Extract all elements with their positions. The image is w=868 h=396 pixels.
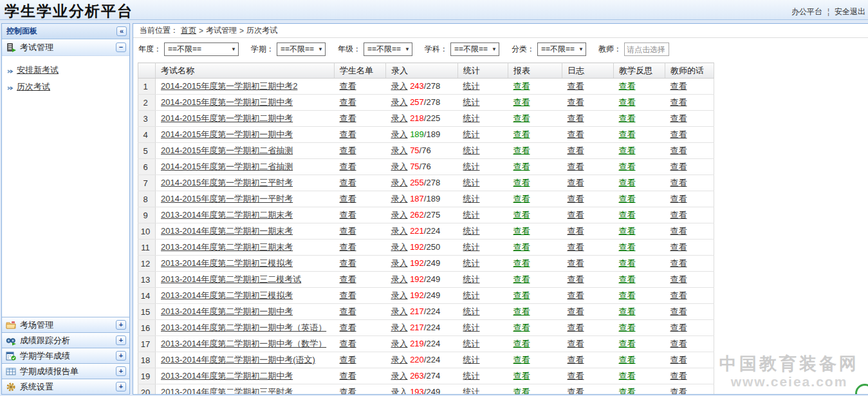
office-platform-link[interactable]: 办公平台 xyxy=(791,7,822,16)
report-view-link[interactable]: 查看 xyxy=(513,306,530,316)
stats-link[interactable]: 统计 xyxy=(463,129,480,139)
student-list-view-link[interactable]: 查看 xyxy=(340,274,356,284)
reflection-view-link[interactable]: 查看 xyxy=(619,146,636,155)
student-list-view-link[interactable]: 查看 xyxy=(340,226,356,236)
exam-name-link[interactable]: 2013-2014年度第二学期初三平时考 xyxy=(161,387,293,395)
teacher-words-view-link[interactable]: 查看 xyxy=(670,242,687,252)
expand-section-button[interactable]: + xyxy=(116,382,126,391)
teacher-words-view-link[interactable]: 查看 xyxy=(670,146,687,155)
teacher-words-view-link[interactable]: 查看 xyxy=(670,258,687,268)
reflection-view-link[interactable]: 查看 xyxy=(619,178,636,187)
sidebar-section-system-settings[interactable]: 系统设置 + xyxy=(2,379,129,394)
teacher-words-view-link[interactable]: 查看 xyxy=(670,274,687,284)
stats-link[interactable]: 统计 xyxy=(463,178,480,187)
report-view-link[interactable]: 查看 xyxy=(513,178,530,187)
entry-link[interactable]: 录入 xyxy=(391,226,408,236)
exam-name-link[interactable]: 2014-2015年度第一学期初三期中考2 xyxy=(161,81,297,91)
entry-link[interactable]: 录入 xyxy=(391,290,408,300)
log-view-link[interactable]: 查看 xyxy=(568,129,584,139)
reflection-view-link[interactable]: 查看 xyxy=(619,371,636,381)
exam-name-link[interactable]: 2014-2015年度第一学期初二省抽测 xyxy=(161,162,293,171)
entry-link[interactable]: 录入 xyxy=(391,323,408,332)
student-list-view-link[interactable]: 查看 xyxy=(340,113,356,123)
teacher-picker-input[interactable] xyxy=(624,42,669,56)
report-view-link[interactable]: 查看 xyxy=(513,339,530,348)
student-list-view-link[interactable]: 查看 xyxy=(340,242,356,252)
exam-name-link[interactable]: 2013-2014年度第二学期初二期中考 xyxy=(161,371,293,381)
entry-link[interactable]: 录入 xyxy=(391,113,408,123)
exam-name-link[interactable]: 2013-2014年度第二学期初一期中考(语文) xyxy=(161,355,315,364)
stats-link[interactable]: 统计 xyxy=(463,258,480,268)
reflection-view-link[interactable]: 查看 xyxy=(619,274,636,284)
sidebar-item-schedule-new-exam[interactable]: 安排新考试 xyxy=(7,62,129,79)
stats-link[interactable]: 统计 xyxy=(463,146,480,155)
student-list-view-link[interactable]: 查看 xyxy=(340,97,356,107)
exam-name-link[interactable]: 2013-2014年度第二学期初一期末考 xyxy=(161,226,293,236)
report-view-link[interactable]: 查看 xyxy=(513,258,530,268)
sidebar-section-term-year-scores[interactable]: 学期学年成绩 + xyxy=(2,348,129,363)
expand-section-button[interactable]: + xyxy=(116,335,126,345)
student-list-view-link[interactable]: 查看 xyxy=(340,306,356,316)
stats-link[interactable]: 统计 xyxy=(463,355,480,364)
report-view-link[interactable]: 查看 xyxy=(513,274,530,284)
report-view-link[interactable]: 查看 xyxy=(513,355,530,364)
teacher-words-view-link[interactable]: 查看 xyxy=(670,323,687,332)
stats-link[interactable]: 统计 xyxy=(463,226,480,236)
entry-link[interactable]: 录入 xyxy=(391,162,408,171)
log-view-link[interactable]: 查看 xyxy=(568,178,584,187)
student-list-view-link[interactable]: 查看 xyxy=(340,258,356,268)
teacher-words-view-link[interactable]: 查看 xyxy=(670,355,687,364)
log-view-link[interactable]: 查看 xyxy=(568,355,584,364)
year-select[interactable]: ==不限== ▼ xyxy=(164,42,239,56)
exam-name-link[interactable]: 2013-2014年度第二学期初一期中考 xyxy=(161,306,293,316)
student-list-view-link[interactable]: 查看 xyxy=(340,387,356,395)
reflection-view-link[interactable]: 查看 xyxy=(619,81,636,91)
entry-link[interactable]: 录入 xyxy=(391,387,408,395)
log-view-link[interactable]: 查看 xyxy=(568,339,584,348)
entry-link[interactable]: 录入 xyxy=(391,306,408,316)
reflection-view-link[interactable]: 查看 xyxy=(619,194,636,203)
entry-link[interactable]: 录入 xyxy=(391,129,408,139)
report-view-link[interactable]: 查看 xyxy=(513,387,530,395)
teacher-words-view-link[interactable]: 查看 xyxy=(670,129,687,139)
student-list-view-link[interactable]: 查看 xyxy=(340,194,356,203)
report-view-link[interactable]: 查看 xyxy=(513,129,530,139)
subject-select[interactable]: ==不限== ▼ xyxy=(450,42,499,56)
student-list-view-link[interactable]: 查看 xyxy=(340,290,356,300)
teacher-words-view-link[interactable]: 查看 xyxy=(670,113,687,123)
stats-link[interactable]: 统计 xyxy=(463,274,480,284)
sidebar-section-term-report-card[interactable]: 学期成绩报告单 + xyxy=(2,363,129,379)
student-list-view-link[interactable]: 查看 xyxy=(340,162,356,171)
exam-name-link[interactable]: 2014-2015年度第一学期初二期中考 xyxy=(161,113,293,123)
report-view-link[interactable]: 查看 xyxy=(513,371,530,381)
reflection-view-link[interactable]: 查看 xyxy=(619,242,636,252)
teacher-words-view-link[interactable]: 查看 xyxy=(670,162,687,171)
log-view-link[interactable]: 查看 xyxy=(568,258,584,268)
teacher-words-view-link[interactable]: 查看 xyxy=(670,339,687,348)
teacher-words-view-link[interactable]: 查看 xyxy=(670,97,687,107)
category-select[interactable]: ==不限== ▼ xyxy=(537,42,586,56)
report-view-link[interactable]: 查看 xyxy=(513,226,530,236)
log-view-link[interactable]: 查看 xyxy=(568,194,584,203)
report-view-link[interactable]: 查看 xyxy=(513,194,530,203)
exam-name-link[interactable]: 2014-2015年度第一学期初二省抽测 xyxy=(161,146,293,155)
logout-link[interactable]: 安全退出 xyxy=(835,7,865,16)
teacher-words-view-link[interactable]: 查看 xyxy=(670,226,687,236)
teacher-words-view-link[interactable]: 查看 xyxy=(670,210,687,220)
teacher-words-view-link[interactable]: 查看 xyxy=(670,387,687,395)
expand-section-button[interactable]: + xyxy=(116,351,126,361)
sidebar-item-past-exams[interactable]: 历次考试 xyxy=(7,79,129,95)
stats-link[interactable]: 统计 xyxy=(463,242,480,252)
teacher-words-view-link[interactable]: 查看 xyxy=(670,178,687,187)
exam-name-link[interactable]: 2014-2015年度第一学期初一期中考 xyxy=(161,129,293,139)
stats-link[interactable]: 统计 xyxy=(463,387,480,395)
reflection-view-link[interactable]: 查看 xyxy=(619,387,636,395)
grade-select[interactable]: ==不限== ▼ xyxy=(364,42,412,56)
teacher-words-view-link[interactable]: 查看 xyxy=(670,81,687,91)
reflection-view-link[interactable]: 查看 xyxy=(619,306,636,316)
stats-link[interactable]: 统计 xyxy=(463,323,480,332)
expand-section-button[interactable]: + xyxy=(116,366,126,376)
student-list-view-link[interactable]: 查看 xyxy=(340,210,356,220)
stats-link[interactable]: 统计 xyxy=(463,371,480,381)
teacher-words-view-link[interactable]: 查看 xyxy=(670,194,687,203)
